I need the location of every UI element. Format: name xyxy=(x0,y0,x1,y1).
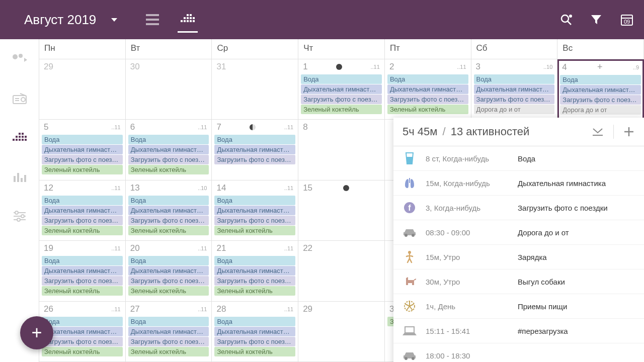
calendar-event[interactable]: Зеленый коктейль xyxy=(42,226,123,235)
calendar-event[interactable]: Вода xyxy=(42,256,123,265)
calendar-event[interactable]: Вода xyxy=(42,317,123,326)
grid-view-toggle[interactable] xyxy=(178,7,198,33)
calendar-event[interactable]: Дыхательная гимнастика xyxy=(301,84,382,94)
sidebar-stats-icon[interactable] xyxy=(10,167,30,187)
calendar-event[interactable]: Вода xyxy=(214,317,295,326)
calendar-event[interactable]: Дыхательная гимнастика xyxy=(387,84,468,94)
calendar-event[interactable]: Вода xyxy=(42,135,123,144)
calendar-event[interactable]: Загрузить фото с поездки xyxy=(42,276,123,286)
sidebar-activities-icon[interactable] xyxy=(10,49,30,69)
day-cell[interactable]: 3..10ВодаДыхательная гимнастикаЗагрузить… xyxy=(471,59,558,119)
calendar-event[interactable]: Зеленый коктейль xyxy=(128,347,209,356)
calendar-event[interactable]: Зеленый коктейль xyxy=(214,286,295,296)
day-cell[interactable]: 29 xyxy=(39,59,126,119)
calendar-event[interactable]: Дыхательная гимнастика xyxy=(214,145,295,154)
calendar-event[interactable]: Загрузить фото с поездки xyxy=(42,155,123,164)
calendar-event[interactable]: Зеленый коктейль xyxy=(387,105,468,114)
detail-item[interactable]: 08:30 - 09:00Дорога до и от xyxy=(393,220,644,245)
calendar-event[interactable]: Дорога до и от xyxy=(560,105,641,115)
calendar-event[interactable]: Загрузить фото с поездки xyxy=(301,95,382,104)
calendar-event[interactable]: Загрузить фото с поездки xyxy=(214,276,295,286)
calendar-event[interactable]: Зеленый коктейль xyxy=(214,226,295,235)
fab-add-button[interactable]: + xyxy=(20,316,53,349)
day-cell[interactable]: 5..11ВодаДыхательная гимнастикаЗагрузить… xyxy=(39,120,126,179)
list-view-toggle[interactable] xyxy=(142,10,163,30)
calendar-event[interactable]: Загрузить фото с поездки xyxy=(214,337,295,346)
detail-item[interactable]: 1ч, ДеньПриемы пищи xyxy=(393,294,644,319)
detail-item[interactable]: 15м, УтроЗарядка xyxy=(393,245,644,269)
calendar-event[interactable]: Загрузить фото с поездки xyxy=(387,95,468,104)
calendar-event[interactable]: Зеленый коктейль xyxy=(128,165,209,174)
detail-add-icon[interactable] xyxy=(623,126,635,138)
calendar-event[interactable]: Вода xyxy=(42,196,123,205)
day-cell[interactable]: 27..11ВодаДыхательная гимнастикаЗагрузит… xyxy=(126,302,212,361)
day-cell[interactable]: 28..11ВодаДыхательная гимнастикаЗагрузит… xyxy=(212,302,298,361)
calendar-event[interactable]: Дыхательная гимнастика xyxy=(474,84,555,94)
calendar-event[interactable]: Вода xyxy=(214,256,295,265)
detail-collapse-icon[interactable] xyxy=(591,127,604,137)
day-cell[interactable]: 20..11ВодаДыхательная гимнастикаЗагрузит… xyxy=(126,241,212,301)
calendar-event[interactable]: Зеленый коктейль xyxy=(301,105,382,114)
calendar-event[interactable]: Дыхательная гимнастика xyxy=(42,206,123,215)
calendar-event[interactable]: Дыхательная гимнастика xyxy=(42,145,123,154)
calendar-event[interactable]: Загрузить фото с поездки xyxy=(128,337,209,346)
calendar-event[interactable]: Вода xyxy=(214,196,295,205)
day-cell[interactable]: 19..11ВодаДыхательная гимнастикаЗагрузит… xyxy=(39,241,126,301)
day-cell[interactable]: 21..11ВодаДыхательная гимнастикаЗагрузит… xyxy=(212,241,298,301)
day-cell[interactable]: 12..11ВодаДыхательная гимнастикаЗагрузит… xyxy=(39,180,126,240)
calendar-event[interactable]: Вода xyxy=(387,74,468,84)
day-cell[interactable]: 29 xyxy=(298,302,385,361)
calendar-event[interactable]: Загрузить фото с поездки xyxy=(42,216,123,225)
calendar-event[interactable]: Зеленый коктейль xyxy=(214,347,295,356)
calendar-event[interactable]: Дорога до и от xyxy=(474,105,555,114)
calendar-event[interactable]: Дыхательная гимнастика xyxy=(560,85,641,95)
calendar-event[interactable]: Дыхательная гимнастика xyxy=(42,327,123,336)
calendar-event[interactable]: Зеленый коктейль xyxy=(128,226,209,235)
detail-item[interactable]: f3, Когда-нибудьЗагрузить фото с поездки xyxy=(393,196,644,220)
calendar-event[interactable]: Дыхательная гимнастика xyxy=(214,327,295,336)
detail-item[interactable]: 15:11 - 15:41#перезагрузка xyxy=(393,319,644,343)
filter-icon[interactable] xyxy=(590,14,602,26)
calendar-event[interactable]: Загрузить фото с поездки xyxy=(560,95,641,105)
detail-item[interactable]: 18:00 - 18:30 xyxy=(393,343,644,362)
calendar-event[interactable]: Вода xyxy=(128,135,209,144)
calendar-event[interactable]: Загрузить фото с поездки xyxy=(214,216,295,225)
detail-item[interactable]: 30м, УтроВыгул собаки xyxy=(393,269,644,294)
calendar-event[interactable]: Загрузить фото с поездки xyxy=(128,276,209,286)
calendar-event[interactable]: Вода xyxy=(128,256,209,265)
calendar-event[interactable]: Вода xyxy=(474,74,555,84)
day-cell[interactable]: 7..11ВодаДыхательная гимнастикаЗагрузить… xyxy=(212,120,298,179)
calendar-event[interactable]: Дыхательная гимнастика xyxy=(128,266,209,276)
sidebar-radio-icon[interactable] xyxy=(10,88,30,109)
calendar-event[interactable]: Загрузить фото с поездки xyxy=(128,216,209,225)
calendar-event[interactable]: Вода xyxy=(560,75,641,84)
calendar-event[interactable]: Дыхательная гимнастика xyxy=(214,206,295,215)
day-cell[interactable]: 4+..9ВодаДыхательная гимнастикаЗагрузить… xyxy=(557,59,644,119)
calendar-event[interactable]: Дыхательная гимнастика xyxy=(128,145,209,154)
calendar-event[interactable]: Вода xyxy=(128,317,209,326)
calendar-event[interactable]: Зеленый коктейль xyxy=(42,165,123,174)
calendar-event[interactable]: Дыхательная гимнастика xyxy=(128,206,209,215)
calendar-event[interactable]: Вода xyxy=(214,135,295,144)
calendar-event[interactable]: Загрузить фото с поездки xyxy=(128,155,209,164)
day-cell[interactable]: 22 xyxy=(298,241,385,301)
calendar-event[interactable]: Загрузить фото с поездки xyxy=(474,95,555,104)
calendar-event[interactable]: Зеленый коктейль xyxy=(128,286,209,296)
sidebar-settings-icon[interactable] xyxy=(10,206,30,226)
calendar-event[interactable]: Дыхательная гимнастика xyxy=(214,266,295,276)
day-cell[interactable]: 31 xyxy=(212,59,298,119)
day-cell[interactable]: 6..11ВодаДыхательная гимнастикаЗагрузить… xyxy=(126,120,212,179)
month-selector[interactable]: Август 2019 xyxy=(24,12,117,28)
detail-item[interactable]: 15м, Когда-нибудьДыхательная гимнастика xyxy=(393,171,644,196)
calendar-event[interactable]: Дыхательная гимнастика xyxy=(42,266,123,276)
today-calendar-icon[interactable]: 09 xyxy=(620,13,634,27)
calendar-event[interactable]: Зеленый коктейль xyxy=(42,286,123,296)
detail-item[interactable]: 8 ст, Когда-нибудьВода xyxy=(393,146,644,171)
day-cell[interactable]: 13..10ВодаДыхательная гимнастикаЗагрузит… xyxy=(126,180,212,240)
calendar-event[interactable]: Дыхательная гимнастика xyxy=(128,327,209,336)
day-cell[interactable]: 14..11ВодаДыхательная гимнастикаЗагрузит… xyxy=(212,180,298,240)
calendar-event[interactable]: Вода xyxy=(301,74,382,84)
day-cell[interactable]: 1..11ВодаДыхательная гимнастикаЗагрузить… xyxy=(298,59,385,119)
calendar-event[interactable]: Зеленый коктейль xyxy=(42,347,123,356)
day-cell[interactable]: 2..11ВодаДыхательная гимнастикаЗагрузить… xyxy=(385,59,471,119)
